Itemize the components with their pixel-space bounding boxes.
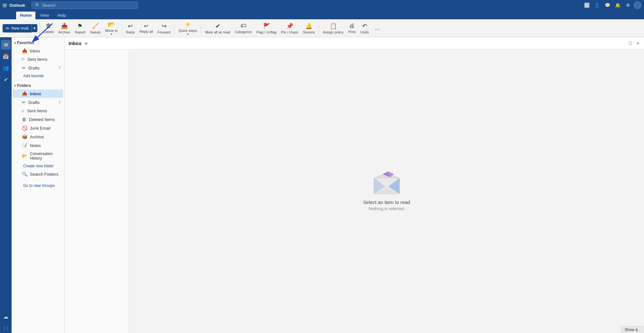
sidebar: ▾ Favorites 📥 Inbox ◁ Sent Items ✏ Draft… [12,37,65,333]
show-details-button[interactable]: Show d... [621,326,644,333]
print-button[interactable]: 🖨 Print [346,22,358,35]
tab-view[interactable]: View [36,12,53,19]
favorites-chevron: ▾ [14,41,16,45]
tab-help[interactable]: Help [53,12,70,19]
ribbon-toolbar: ✏ New mail ▾ 🗑 Delete 📥 Archive ⚑ Report… [0,19,644,37]
compose-icon: ✏ [6,26,10,31]
icon-bar-files[interactable]: ☁ [1,312,11,321]
sidebar-item-drafts[interactable]: ✏ Drafts 7 [13,98,63,106]
search-folders-icon: 🔍 [22,171,27,177]
assign-policy-icon: 📋 [330,23,337,30]
deleted-icon: 🗑 [22,117,26,122]
sidebar-item-drafts-fav[interactable]: ✏ Drafts 7 [13,64,63,72]
select-all-icon[interactable]: ☐ [628,40,633,47]
tab-home[interactable]: Home [16,12,35,19]
icon-bar: ✉ 📅 👥 ✔ ☁ ⋮⋮ [0,37,12,333]
separator-4 [201,23,201,34]
separator-2 [122,23,122,34]
filter-icon[interactable]: ≡ [636,40,640,47]
icon-bar-tasks[interactable]: ✔ [1,75,11,84]
title-buttons: ⬜ 👤 💬 🔔 ⚙ 👤 [582,1,641,10]
notes-icon: 📝 [22,143,27,148]
archive-button[interactable]: 📥 Archive [56,22,72,35]
sidebar-item-conversation-history[interactable]: 📂 Conversation History [13,150,63,162]
gear-icon[interactable]: ⚙ [623,1,632,10]
forward-button[interactable]: ↪ Forward [156,22,172,35]
icon-bar-apps[interactable]: ⋮⋮ [1,323,11,333]
icon-bar-mail[interactable]: ✉ [1,40,11,50]
screen-icon[interactable]: ⬜ [582,1,591,10]
sidebar-item-search-folders[interactable]: 🔍 Search Folders [13,170,63,178]
separator-5 [319,23,319,34]
report-button[interactable]: ⚑ Report [73,22,87,35]
delete-icon: 🗑 [46,23,52,29]
reading-pane: Select an item to read Nothing is select… [129,50,644,333]
ribbon-tabs-bar: Home View Help [0,10,644,19]
sidebar-item-archive[interactable]: 📦 Archive [13,133,63,141]
create-new-folder-link[interactable]: Create new folder [12,162,64,170]
reply-all-icon: ↩ [144,23,148,29]
drafts-fav-icon: ✏ [22,65,26,70]
folders-header[interactable]: ▾ Folders [12,81,64,89]
sweep-button[interactable]: 🧹 Sweep [88,22,103,35]
content-body: Select an item to read Nothing is select… [65,50,644,333]
undo-icon: ↶ [362,23,367,30]
move-to-button[interactable]: 📂 Move to▾ [103,20,120,37]
main-layout: ✉ 📅 👥 ✔ ☁ ⋮⋮ ▾ Favorites 📥 Inbox ◁ Sent … [0,37,644,333]
star-icon[interactable]: ★ [84,41,88,46]
categorize-button[interactable]: 🏷 Categorize [233,22,254,35]
archive-icon: 📥 [61,23,68,30]
people-icon[interactable]: 👤 [592,1,601,10]
favorites-header[interactable]: ▾ Favorites [12,39,64,46]
sidebar-item-junk-email[interactable]: 🚫 Junk Email [13,124,63,132]
quick-steps-button[interactable]: ⚡ Quick steps▾ [176,20,199,37]
pin-button[interactable]: 📌 Pin / Unpin [279,22,300,35]
sent-fav-icon: ◁ [22,57,25,62]
inbox-fav-icon: 📥 [22,48,27,53]
user-icon[interactable]: 👤 [634,1,641,9]
sidebar-item-inbox-fav[interactable]: 📥 Inbox [13,47,63,55]
mark-all-read-button[interactable]: ✔ Mark all as read [203,22,232,35]
flag-button[interactable]: 🚩 Flag / Unflag [254,22,278,35]
reply-all-button[interactable]: ↩ Reply all [137,22,155,34]
sent-icon: ▷ [22,109,24,113]
app-grid-icon[interactable]: ⊞ [3,2,7,8]
more-button[interactable]: ... [371,24,383,32]
empty-state-text: Select an item to read Nothing is select… [363,199,410,211]
bell-icon[interactable]: 🔔 [613,1,622,10]
sidebar-item-notes[interactable]: 📝 Notes [13,141,63,150]
move-to-icon: 📂 [108,21,115,28]
undo-button[interactable]: ↶ Undo [358,22,371,35]
sidebar-item-sent-items[interactable]: ▷ Sent Items [13,107,63,115]
sidebar-item-deleted-items[interactable]: 🗑 Deleted Items [13,115,63,124]
separator-1 [39,23,40,34]
snooze-icon: 🔔 [305,23,312,30]
reply-button[interactable]: ↩ Reply [124,22,137,35]
sidebar-item-sent-fav[interactable]: ◁ Sent Items [13,55,63,63]
search-box[interactable]: 🔍 [32,2,138,9]
categorize-icon: 🏷 [241,23,246,29]
new-mail-button[interactable]: ✏ New mail [3,24,32,32]
drafts-icon: ✏ [22,100,26,105]
search-input[interactable] [42,3,132,8]
icon-bar-calendar[interactable]: 📅 [1,51,11,61]
chat-icon[interactable]: 💬 [603,1,612,10]
icon-bar-people[interactable]: 👥 [1,63,11,73]
new-mail-group: ✏ New mail ▾ [3,24,37,32]
empty-state-title: Select an item to read [363,199,410,205]
title-bar: ⊞ Outlook 🔍 ⬜ 👤 💬 🔔 ⚙ 👤 [0,0,644,10]
empty-state-subtitle: Nothing is selected [363,206,410,211]
reply-icon: ↩ [128,23,133,30]
report-icon: ⚑ [77,23,82,30]
go-to-new-groups-link[interactable]: Go to new Groups [12,182,64,189]
assign-policy-button[interactable]: 📋 Assign policy [321,22,346,35]
sidebar-item-inbox[interactable]: 📥 Inbox [13,89,63,98]
delete-button[interactable]: 🗑 Delete [42,22,56,35]
mark-read-icon: ✔ [215,23,220,30]
add-favorite-link[interactable]: Add favorite [12,72,64,79]
quick-steps-icon: ⚡ [184,21,191,28]
new-mail-dropdown[interactable]: ▾ [32,24,37,32]
snooze-button[interactable]: 🔔 Snooze [301,22,317,35]
search-icon: 🔍 [35,3,40,8]
message-list [65,50,129,333]
